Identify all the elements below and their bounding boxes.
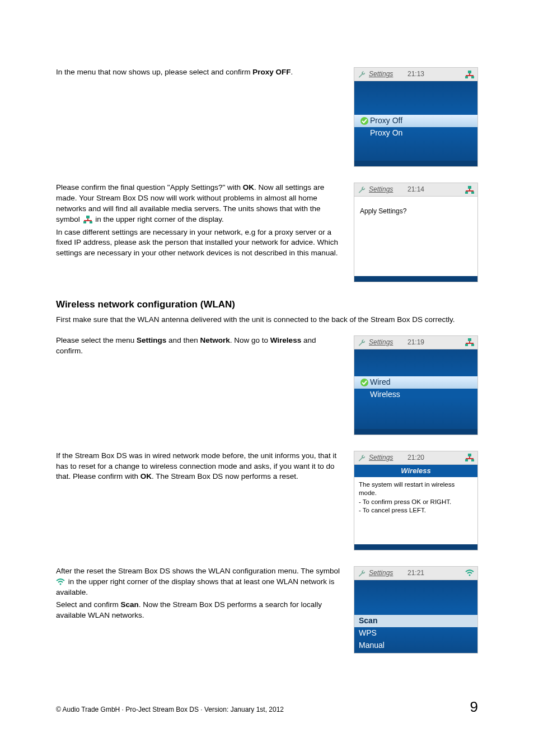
device-topbar: Settings 21:21 bbox=[354, 567, 477, 580]
lan-icon bbox=[465, 71, 474, 78]
device-screenshot-network: Settings 21:19 Wired bbox=[354, 335, 478, 435]
svg-rect-6 bbox=[86, 216, 90, 218]
text-bold: Wireless bbox=[270, 336, 301, 344]
text-bold: Scan bbox=[121, 600, 139, 609]
message-text: Apply Settings? bbox=[354, 197, 477, 226]
menu-label: Wireless bbox=[370, 389, 400, 400]
device-title: Settings bbox=[369, 338, 393, 347]
paragraph: After the reset the Stream Box DS shows … bbox=[56, 566, 340, 598]
svg-rect-10 bbox=[90, 221, 92, 223]
message-line: The system will restart in wireless mode… bbox=[359, 480, 473, 498]
device-body: Scan WPS Manual bbox=[354, 580, 477, 653]
text: . Now go to bbox=[230, 336, 270, 344]
svg-rect-2 bbox=[466, 75, 474, 76]
svg-rect-25 bbox=[465, 459, 468, 461]
wrench-icon bbox=[358, 338, 366, 347]
device-bottombar bbox=[354, 161, 477, 166]
heading-wlan: Wireless network configuration (WLAN) bbox=[56, 298, 478, 311]
svg-rect-0 bbox=[468, 71, 471, 73]
svg-rect-13 bbox=[466, 190, 474, 192]
text: and then bbox=[166, 336, 200, 344]
message-body: The system will restart in wireless mode… bbox=[354, 477, 477, 519]
svg-point-27 bbox=[60, 584, 62, 585]
check-icon bbox=[359, 116, 370, 125]
lan-icon bbox=[83, 215, 95, 223]
svg-rect-15 bbox=[471, 192, 474, 194]
svg-rect-3 bbox=[465, 76, 468, 78]
text: In the menu that now shows up, please se… bbox=[56, 68, 252, 76]
text: Select and confirm bbox=[56, 600, 121, 609]
paragraph: If the Stream Box DS was in wired networ… bbox=[56, 451, 340, 483]
text: After the reset the Stream Box DS shows … bbox=[56, 567, 340, 575]
text: Please confirm the final question "Apply… bbox=[56, 183, 243, 192]
svg-rect-11 bbox=[468, 186, 471, 189]
device-screenshot-proxy: Settings 21:13 Proxy Off bbox=[354, 67, 478, 167]
lan-icon bbox=[465, 338, 474, 346]
device-screenshot-apply: Settings 21:14 Apply Settings? bbox=[354, 183, 478, 282]
svg-rect-19 bbox=[465, 344, 468, 346]
text-bold: OK bbox=[243, 183, 254, 192]
wifi-icon bbox=[465, 570, 474, 576]
menu-label: Manual bbox=[359, 640, 385, 651]
device-clock: 21:19 bbox=[407, 338, 424, 347]
svg-rect-17 bbox=[469, 341, 470, 343]
device-bottombar bbox=[354, 544, 477, 550]
text: Please select the menu bbox=[56, 336, 137, 344]
svg-rect-9 bbox=[83, 221, 86, 223]
menu-item-manual: Manual bbox=[354, 640, 477, 652]
svg-rect-20 bbox=[471, 344, 474, 346]
device-clock: 21:13 bbox=[407, 69, 424, 79]
text: in the upper right corner of the display… bbox=[56, 577, 335, 596]
check-icon bbox=[359, 378, 370, 387]
svg-point-28 bbox=[469, 575, 471, 576]
svg-rect-22 bbox=[468, 454, 471, 456]
device-clock: 21:14 bbox=[407, 185, 424, 194]
device-clock: 21:20 bbox=[407, 453, 424, 463]
text-bold: Proxy OFF bbox=[252, 68, 291, 76]
svg-rect-16 bbox=[468, 338, 471, 341]
device-bottombar bbox=[354, 276, 477, 282]
wrench-icon bbox=[358, 453, 366, 463]
message-line: - To cancel press LEFT. bbox=[359, 506, 473, 515]
paragraph: Please select the menu Settings and then… bbox=[56, 335, 340, 357]
svg-rect-1 bbox=[469, 73, 470, 75]
page-footer: © Audio Trade GmbH · Pro-Ject Stream Box… bbox=[56, 697, 478, 717]
menu-label: WPS bbox=[359, 628, 377, 639]
device-title: Settings bbox=[369, 69, 393, 79]
device-topbar: Settings 21:13 bbox=[354, 68, 477, 81]
menu-item-wps: WPS bbox=[354, 627, 477, 640]
device-body: Proxy Off Proxy On bbox=[354, 81, 477, 161]
device-topbar: Settings 21:20 bbox=[354, 451, 477, 465]
paragraph: In case different settings are necessary… bbox=[56, 227, 340, 259]
text-bold: Network bbox=[200, 336, 229, 344]
device-body: Wireless The system will restart in wire… bbox=[354, 465, 477, 544]
text: . bbox=[291, 68, 293, 76]
footer-copyright: © Audio Trade GmbH · Pro-Ject Stream Box… bbox=[56, 705, 284, 715]
text-bold: Settings bbox=[137, 336, 166, 344]
svg-rect-24 bbox=[466, 458, 474, 459]
svg-rect-4 bbox=[471, 76, 474, 78]
text: in the upper right corner of the display… bbox=[95, 215, 223, 223]
lan-icon bbox=[465, 186, 474, 194]
device-topbar: Settings 21:14 bbox=[354, 183, 477, 197]
paragraph: Please confirm the final question "Apply… bbox=[56, 183, 340, 225]
device-subtitle: Wireless bbox=[354, 465, 477, 477]
message-line: - To confirm press OK or RIGHT. bbox=[359, 498, 473, 507]
menu-item-scan: Scan bbox=[354, 615, 477, 627]
svg-rect-7 bbox=[87, 218, 88, 220]
menu-item-proxy-on: Proxy On bbox=[354, 127, 477, 139]
menu-label: Wired bbox=[370, 377, 391, 388]
wifi-icon bbox=[56, 577, 67, 586]
device-clock: 21:21 bbox=[407, 568, 424, 578]
menu-label: Proxy On bbox=[370, 128, 402, 139]
wrench-icon bbox=[358, 69, 366, 79]
device-title: Settings bbox=[369, 453, 393, 463]
svg-rect-14 bbox=[465, 192, 468, 194]
lan-icon bbox=[465, 454, 474, 461]
paragraph: In the menu that now shows up, please se… bbox=[56, 67, 340, 78]
device-body: Apply Settings? bbox=[354, 197, 477, 276]
wrench-icon bbox=[358, 568, 366, 578]
paragraph: Select and confirm Scan. Now the Stream … bbox=[56, 600, 340, 621]
device-screenshot-scan: Settings 21:21 Scan WPS bbox=[354, 566, 478, 654]
device-bottombar bbox=[354, 429, 477, 435]
